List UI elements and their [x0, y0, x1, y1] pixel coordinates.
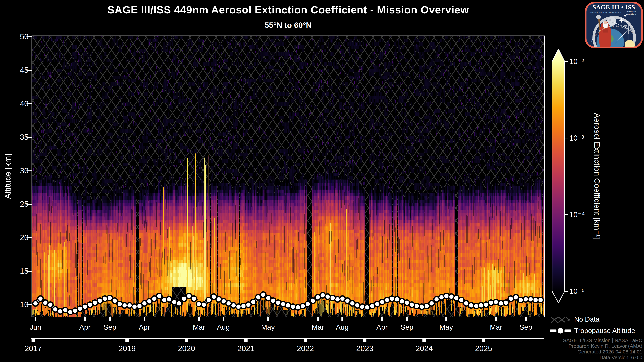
- colorbar-tick-label: 10⁻⁴: [569, 211, 585, 218]
- heatmap-plot-area: [32, 36, 544, 317]
- year-tick-label: 2020: [173, 344, 200, 353]
- month-tick-label: Jun: [24, 323, 47, 331]
- attribution-block: SAGE III/ISS Mission | NASA LaRC Prepare…: [563, 338, 642, 360]
- month-tick-label: Apr: [370, 323, 394, 331]
- attribution-line: Preparer: Kevin R. Leavor (AMA): [563, 343, 642, 349]
- attribution-line: Generated 2026-04-08 14:01: [563, 349, 642, 355]
- month-tick-mark: [381, 317, 383, 321]
- no-data-legend-label: No Data: [574, 316, 600, 323]
- month-tick-label: Sep: [395, 323, 419, 331]
- y-tick-mark: [26, 271, 32, 272]
- page-title: SAGE III/ISS 449nm Aerosol Extinction Co…: [32, 4, 544, 16]
- y-tick-mark: [26, 103, 32, 104]
- attribution-line: SAGE III/ISS Mission | NASA LaRC: [563, 338, 642, 343]
- tropopause-line-icon: [550, 327, 572, 335]
- y-tick-mark: [26, 137, 32, 138]
- svg-text:SAGE III • ISS: SAGE III • ISS: [592, 4, 635, 11]
- year-axis-line: [31, 338, 544, 339]
- year-tick-mark: [422, 339, 426, 342]
- month-tick-label: Sep: [514, 323, 538, 331]
- y-tick-label: 30: [8, 167, 28, 174]
- y-tick-label: 25: [8, 200, 28, 208]
- month-tick-mark: [84, 317, 86, 321]
- figure-root: SAGE III/ISS 449nm Aerosol Extinction Co…: [0, 0, 644, 362]
- month-tick-mark: [35, 317, 36, 321]
- y-tick-mark: [26, 70, 32, 71]
- month-tick-mark: [223, 317, 224, 321]
- month-tick-label: Sep: [98, 323, 122, 331]
- page-subtitle: 55°N to 60°N: [32, 20, 544, 30]
- year-tick-label: 2022: [292, 344, 319, 353]
- year-tick-mark: [126, 339, 129, 342]
- y-tick-mark: [26, 204, 32, 205]
- month-tick-mark: [496, 317, 497, 321]
- colorbar-tick-label: 10⁻²: [569, 58, 584, 65]
- month-tick-label: Mar: [187, 323, 211, 331]
- month-tick-label: Aug: [330, 323, 354, 331]
- month-tick-mark: [109, 317, 111, 321]
- month-tick-label: May: [256, 323, 280, 331]
- svg-text:International: International: [626, 11, 636, 13]
- year-tick-mark: [185, 339, 188, 342]
- y-tick-mark: [26, 304, 32, 305]
- month-tick-label: Mar: [306, 323, 330, 331]
- year-tick-mark: [244, 339, 248, 342]
- year-tick-mark: [32, 339, 35, 342]
- year-tick-label: 2025: [470, 344, 497, 353]
- y-tick-mark: [26, 237, 32, 238]
- month-tick-label: May: [434, 323, 458, 331]
- month-tick-mark: [144, 317, 145, 321]
- y-tick-mark: [26, 36, 32, 37]
- year-tick-mark: [304, 339, 307, 342]
- month-tick-label: Apr: [133, 323, 156, 331]
- month-tick-mark: [342, 317, 343, 321]
- colorbar-tick-mark: [565, 61, 568, 62]
- svg-text:Stratospheric Aerosol and Gas: Stratospheric Aerosol and Gas Experiment…: [589, 11, 621, 13]
- colorbar-title: Aerosol Extinction Coefficient [km⁻¹]: [592, 113, 602, 239]
- colorbar-tick-label: 10⁻⁵: [569, 287, 585, 295]
- month-tick-label: Apr: [73, 323, 96, 331]
- month-tick-mark: [525, 317, 526, 321]
- y-tick-label: 35: [8, 133, 28, 141]
- svg-text:Space Station: Space Station: [626, 13, 636, 15]
- year-tick-label: 2024: [411, 344, 438, 353]
- month-tick-mark: [198, 317, 200, 321]
- y-axis-title: Altitude [km]: [3, 154, 12, 199]
- year-tick-label: 2019: [114, 344, 140, 353]
- year-tick-label: 2017: [20, 344, 46, 353]
- month-tick-label: Mar: [484, 323, 508, 331]
- attribution-line: Data Version: 6.0.0: [563, 355, 642, 360]
- y-tick-label: 50: [8, 33, 28, 40]
- y-tick-label: 40: [8, 100, 28, 107]
- colorbar-gradient-bar: [552, 49, 565, 303]
- y-tick-label: 15: [8, 267, 28, 275]
- colorbar-tick-mark: [565, 291, 568, 292]
- year-tick-mark: [363, 339, 366, 342]
- tropopause-legend-label: Tropopause Altitude: [574, 327, 635, 335]
- month-tick-mark: [406, 317, 408, 321]
- month-tick-mark: [317, 317, 319, 321]
- y-tick-label: 10: [8, 301, 28, 308]
- aerosol-extinction-heatmap-canvas: [32, 36, 544, 317]
- colorbar-tick-mark: [565, 138, 568, 138]
- year-tick-mark: [482, 339, 485, 342]
- y-tick-mark: [26, 170, 32, 171]
- sage-iii-iss-mission-patch-logo: SAGE III • ISS Stratospheric Aerosol and…: [585, 2, 643, 48]
- year-tick-label: 2023: [351, 344, 378, 353]
- y-tick-label: 20: [8, 234, 28, 241]
- year-tick-label: 2021: [232, 344, 259, 353]
- month-tick-mark: [446, 317, 447, 321]
- colorbar-tick-label: 10⁻³: [569, 134, 584, 142]
- month-tick-mark: [267, 317, 269, 321]
- colorbar-tick-mark: [565, 214, 568, 215]
- y-tick-label: 45: [8, 66, 28, 74]
- month-tick-label: Aug: [212, 323, 235, 331]
- no-data-hatch-icon: [550, 316, 572, 324]
